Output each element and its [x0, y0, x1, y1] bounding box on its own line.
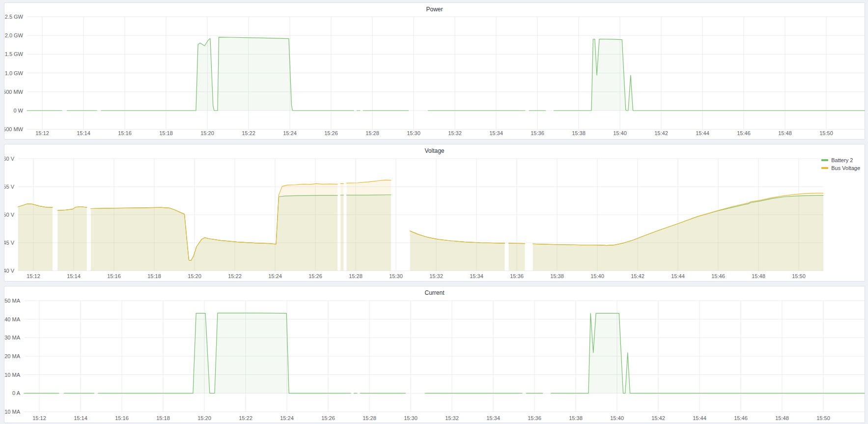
legend-swatch-bus-voltage	[821, 167, 828, 169]
x-tick-label: 15:12	[35, 130, 49, 136]
legend-item-bus-voltage[interactable]: Bus Voltage	[821, 164, 860, 172]
x-tick-label: 15:34	[489, 130, 503, 136]
x-tick-label: 15:50	[792, 273, 806, 279]
x-tick-label: 15:18	[147, 273, 161, 279]
x-tick-label: 15:46	[711, 273, 725, 279]
y-tick-label: 50 V	[4, 212, 15, 218]
panel-title-power[interactable]: Power	[4, 3, 865, 13]
series-area-current	[551, 313, 865, 394]
x-tick-label: 15:34	[470, 273, 483, 279]
x-tick-label: 15:14	[77, 130, 90, 136]
y-tick-label: 1.0 GW	[5, 70, 24, 76]
x-tick-label: 15:12	[32, 415, 46, 421]
x-tick-label: 15:48	[778, 130, 792, 136]
y-tick-label: 500 MW	[4, 89, 24, 95]
x-tick-label: 15:42	[631, 273, 644, 279]
x-tick-label: 15:18	[156, 415, 170, 421]
x-tick-label: 15:18	[159, 130, 173, 136]
x-tick-label: 15:40	[610, 415, 624, 421]
x-tick-label: 15:40	[590, 273, 604, 279]
series-line-bus-voltage	[509, 243, 525, 244]
x-tick-label: 15:42	[654, 130, 668, 136]
x-tick-label: 15:24	[280, 415, 294, 421]
y-tick-label: 55 V	[4, 184, 15, 190]
x-tick-label: 15:20	[200, 130, 214, 136]
x-tick-label: 15:30	[389, 273, 403, 279]
x-tick-label: 15:36	[528, 415, 541, 421]
series-area-bus-voltage	[340, 184, 343, 271]
x-tick-label: 15:14	[74, 415, 87, 421]
x-tick-label: 15:30	[404, 415, 418, 421]
voltage-legend: Battery 2 Bus Voltage	[821, 156, 860, 172]
x-tick-label: 15:28	[363, 415, 376, 421]
x-tick-label: 15:34	[486, 415, 500, 421]
y-tick-label: 0 W	[13, 108, 23, 113]
x-tick-label: 15:44	[696, 130, 709, 136]
x-tick-label: 15:46	[734, 415, 748, 421]
series-area-bus-voltage	[347, 180, 391, 271]
x-tick-label: 15:20	[197, 415, 211, 421]
x-tick-label: 15:44	[693, 415, 706, 421]
panel-current: Current 50 MA40 MA30 MA20 MA10 MA0 A-10 …	[4, 286, 865, 423]
x-tick-label: 15:22	[239, 415, 252, 421]
x-tick-label: 15:32	[448, 130, 462, 136]
legend-label-bus-voltage: Bus Voltage	[831, 165, 860, 171]
x-tick-label: 15:16	[107, 273, 121, 279]
series-area-power	[554, 39, 865, 111]
y-tick-label: 20 MA	[4, 353, 20, 359]
x-tick-label: 15:50	[816, 415, 830, 421]
y-tick-label: 40 V	[4, 268, 15, 274]
dashboard: Power 2.5 GW2.0 GW1.5 GW1.0 GW500 MW0 W-…	[0, 0, 868, 423]
series-area-current	[98, 313, 351, 393]
y-tick-label: 2.5 GW	[5, 14, 24, 20]
series-area-power	[101, 37, 354, 111]
x-tick-label: 15:48	[775, 415, 789, 421]
x-tick-label: 15:44	[671, 273, 685, 279]
x-tick-label: 15:20	[188, 273, 201, 279]
x-tick-label: 15:22	[228, 273, 242, 279]
x-tick-label: 15:26	[321, 415, 335, 421]
series-area-bus-voltage	[91, 184, 337, 271]
legend-swatch-battery-2	[821, 159, 828, 161]
panel-power: Power 2.5 GW2.0 GW1.5 GW1.0 GW500 MW0 W-…	[4, 2, 865, 140]
x-tick-label: 15:42	[651, 415, 665, 421]
x-tick-label: 15:16	[118, 130, 132, 136]
x-tick-label: 15:32	[429, 273, 443, 279]
panel-voltage: Voltage 60 V55 V50 V45 V40 V15:1215:1415…	[4, 144, 865, 282]
x-tick-label: 15:16	[115, 415, 129, 421]
x-tick-label: 15:28	[349, 273, 363, 279]
x-tick-label: 15:24	[283, 130, 297, 136]
legend-label-battery-2: Battery 2	[831, 157, 853, 163]
series-area-bus-voltage	[410, 231, 505, 271]
voltage-chart[interactable]: 60 V55 V50 V45 V40 V15:1215:1415:1615:18…	[4, 144, 866, 282]
x-tick-label: 15:30	[407, 130, 420, 136]
x-tick-label: 15:14	[67, 273, 81, 279]
panel-title-voltage[interactable]: Voltage	[4, 144, 865, 154]
y-tick-label: 2.0 GW	[5, 32, 24, 38]
x-tick-label: 15:12	[27, 273, 40, 279]
legend-item-battery-2[interactable]: Battery 2	[821, 156, 860, 164]
y-tick-label: 0 A	[12, 390, 21, 396]
x-tick-label: 15:26	[324, 130, 338, 136]
x-tick-label: 15:22	[242, 130, 255, 136]
x-tick-label: 15:38	[572, 130, 586, 136]
x-tick-label: 15:38	[550, 273, 564, 279]
x-tick-label: 15:32	[445, 415, 459, 421]
y-tick-label: 10 MA	[4, 372, 20, 378]
y-tick-label: 45 V	[4, 240, 15, 246]
x-tick-label: 15:40	[613, 130, 627, 136]
current-chart[interactable]: 50 MA40 MA30 MA20 MA10 MA0 A-10 MA15:121…	[4, 286, 866, 424]
power-chart[interactable]: 2.5 GW2.0 GW1.5 GW1.0 GW500 MW0 W-500 MW…	[4, 3, 866, 140]
x-tick-label: 15:26	[308, 273, 322, 279]
y-tick-label: -500 MW	[4, 126, 24, 132]
x-tick-label: 15:46	[737, 130, 751, 136]
x-tick-label: 15:24	[268, 273, 282, 279]
x-tick-label: 15:50	[819, 130, 833, 136]
x-tick-label: 15:38	[569, 415, 583, 421]
y-tick-label: 1.5 GW	[5, 51, 24, 57]
y-tick-label: 60 V	[4, 156, 15, 162]
x-tick-label: 15:48	[752, 273, 765, 279]
panel-title-current[interactable]: Current	[4, 286, 865, 296]
y-tick-label: -10 MA	[4, 409, 21, 415]
y-tick-label: 50 MA	[4, 298, 20, 304]
